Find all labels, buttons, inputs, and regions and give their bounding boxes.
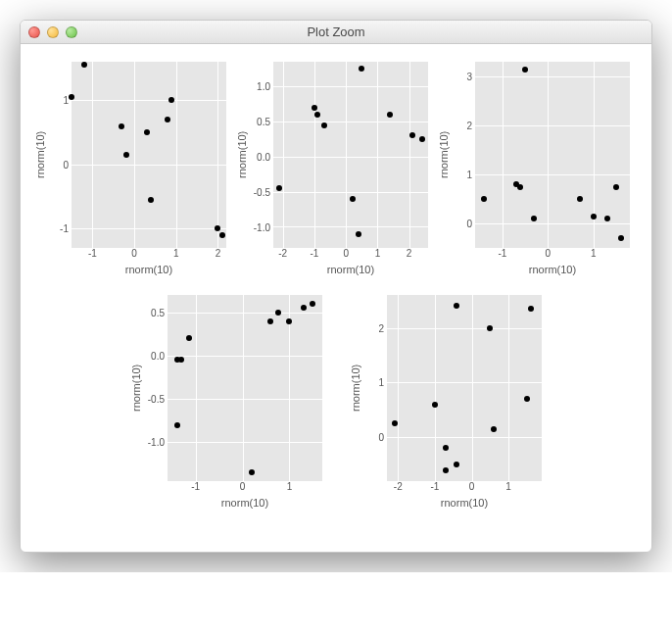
data-point [186, 335, 192, 341]
data-point [314, 112, 320, 118]
data-point [174, 422, 180, 428]
x-axis-label: rnorm(10) [387, 497, 542, 509]
y-axis-ticks: 0123 [452, 62, 475, 248]
data-point [577, 196, 583, 202]
x-axis-ticks: -101 [475, 248, 630, 262]
y-axis-label: rnorm(10) [34, 62, 48, 248]
data-point [443, 467, 449, 473]
data-point [443, 445, 449, 451]
data-point [481, 196, 487, 202]
plot-zoom-content: rnorm(10)-101-1012rnorm(10)rnorm(10)-1.0… [21, 44, 651, 552]
window-title: Plot Zoom [307, 24, 364, 39]
data-point [591, 214, 597, 219]
x-axis-ticks: -101 [168, 481, 322, 495]
y-axis-ticks: -1.0-0.50.00.5 [144, 295, 168, 481]
y-axis-ticks: 012 [363, 295, 387, 481]
data-point [522, 67, 528, 73]
data-point [454, 462, 459, 467]
data-point [359, 66, 364, 72]
data-point [524, 396, 530, 402]
data-point [81, 62, 87, 68]
y-axis-label: rnorm(10) [438, 62, 452, 248]
data-point [531, 216, 537, 221]
data-point [249, 469, 255, 475]
y-axis-label: rnorm(10) [350, 295, 363, 481]
plot-panel [168, 295, 322, 481]
plot-panel [387, 295, 542, 481]
plot-panel [72, 62, 226, 248]
data-point [165, 117, 170, 122]
x-axis-ticks: -2-1012 [273, 248, 428, 262]
data-point [321, 122, 327, 128]
data-point [487, 325, 493, 331]
y-axis-ticks: -101 [48, 62, 72, 248]
scatter-plot-2: rnorm(10)-1.0-0.50.00.51.0-2-1012rnorm(1… [236, 62, 428, 275]
data-point [350, 196, 356, 202]
minimize-icon[interactable] [47, 26, 59, 38]
data-point [301, 305, 307, 311]
plot-panel [273, 62, 428, 248]
scatter-plot-3: rnorm(10)0123-101rnorm(10) [438, 62, 630, 275]
data-point [276, 185, 282, 191]
app-window: Plot Zoom rnorm(10)-101-1012rnorm(10)rno… [20, 20, 652, 553]
data-point [275, 310, 281, 316]
data-point [387, 112, 393, 118]
traffic-lights [28, 26, 77, 38]
data-point [356, 231, 361, 237]
x-axis-ticks: -2-101 [387, 481, 542, 495]
data-point [454, 303, 459, 309]
data-point [310, 301, 315, 307]
x-axis-label: rnorm(10) [168, 497, 322, 509]
data-point [618, 235, 624, 241]
y-axis-ticks: -1.0-0.50.00.51.0 [250, 62, 273, 248]
scatter-plot-5: rnorm(10)012-2-101rnorm(10) [350, 295, 542, 509]
data-point [432, 402, 438, 408]
data-point [312, 105, 317, 111]
data-point [419, 136, 425, 142]
data-point [392, 420, 398, 426]
x-axis-label: rnorm(10) [72, 264, 226, 275]
data-point [409, 132, 415, 138]
data-point [528, 306, 534, 312]
data-point [286, 318, 292, 324]
y-axis-label: rnorm(10) [236, 62, 250, 248]
close-icon[interactable] [28, 26, 40, 38]
data-point [517, 184, 523, 190]
data-point [69, 94, 74, 100]
scatter-plot-4: rnorm(10)-1.0-0.50.00.5-101rnorm(10) [130, 295, 322, 509]
scatter-plot-1: rnorm(10)-101-1012rnorm(10) [34, 62, 226, 275]
y-axis-label: rnorm(10) [130, 295, 144, 481]
data-point [148, 197, 154, 203]
data-point [168, 97, 174, 103]
x-axis-label: rnorm(10) [475, 264, 630, 275]
data-point [215, 225, 220, 231]
data-point [613, 184, 619, 190]
data-point [123, 152, 129, 158]
data-point [267, 318, 273, 324]
window-titlebar[interactable]: Plot Zoom [21, 21, 651, 44]
zoom-icon[interactable] [66, 26, 77, 38]
data-point [491, 426, 497, 432]
data-point [604, 216, 610, 221]
data-point [178, 357, 184, 363]
x-axis-ticks: -1012 [72, 248, 226, 262]
data-point [119, 123, 124, 129]
plot-panel [475, 62, 630, 248]
x-axis-label: rnorm(10) [273, 264, 428, 275]
data-point [219, 232, 225, 238]
data-point [144, 129, 150, 135]
